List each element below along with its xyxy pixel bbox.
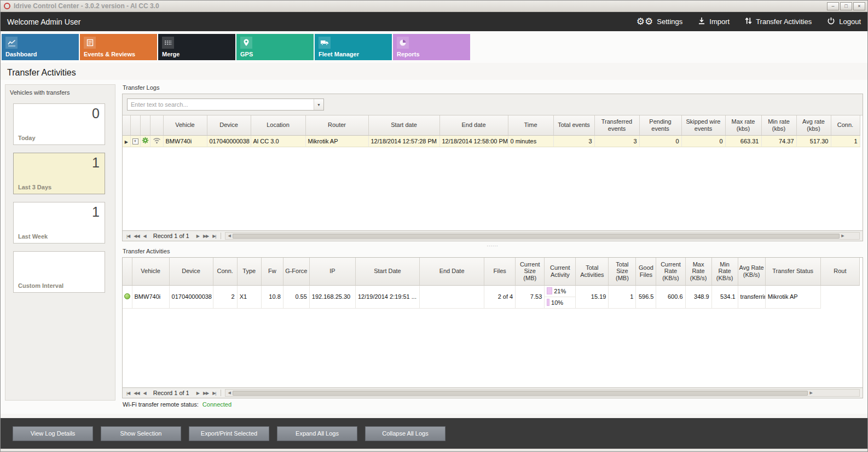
- card-last-week-value: 1: [92, 204, 100, 220]
- search-input[interactable]: [128, 99, 314, 110]
- export-print-selected-button[interactable]: Export/Print Selected: [189, 426, 269, 441]
- app-window: Idrive Control Center - 3.0.2 version - …: [0, 0, 868, 452]
- cell-fw: 10.8: [261, 285, 283, 309]
- card-last-week[interactable]: 1 Last Week: [13, 202, 105, 244]
- act-col-transfer-status[interactable]: Transfer Status: [765, 258, 820, 285]
- pager-last-button[interactable]: ▶|: [211, 391, 217, 396]
- logs-record-label: Record 1 of 1: [153, 233, 189, 239]
- act-col-total-size[interactable]: Total Size (MB): [609, 258, 636, 285]
- logs-col-end-date[interactable]: End date: [439, 115, 508, 135]
- collapse-all-logs-button[interactable]: Collapse All Logs: [365, 426, 445, 441]
- cell-device: 017040000038: [169, 285, 213, 309]
- scroll-right-icon[interactable]: ▶: [840, 234, 846, 238]
- pager-prev-page-button[interactable]: ◀◀: [132, 234, 140, 239]
- pager-prev-button[interactable]: ◀: [142, 391, 147, 396]
- act-col-avg-rate[interactable]: Avg Rate (KB/s): [738, 258, 765, 285]
- act-col-vehicle[interactable]: Vehicle: [132, 258, 169, 285]
- act-col-g-force[interactable]: G-Force: [283, 258, 309, 285]
- cell-device: 017040000038: [207, 135, 251, 147]
- logs-col-min-rate[interactable]: Min rate (kbs): [761, 115, 796, 135]
- pager-prev-page-button[interactable]: ◀◀: [132, 391, 140, 396]
- view-log-details-button[interactable]: View Log Details: [13, 426, 93, 441]
- pager-first-button[interactable]: |◀: [125, 391, 131, 396]
- transfer-activities-row[interactable]: BMW740i 017040000038 2 X1 10.8 0.55 192.…: [123, 285, 860, 309]
- act-col-start-date[interactable]: Start Date: [355, 258, 419, 285]
- pager-last-button[interactable]: ▶|: [211, 234, 217, 239]
- scroll-left-icon[interactable]: ◀: [226, 391, 232, 395]
- act-col-end-date[interactable]: End Date: [420, 258, 484, 285]
- pager-next-button[interactable]: ▶: [195, 234, 200, 239]
- logs-col-device[interactable]: Device: [207, 115, 251, 135]
- pager-next-page-button[interactable]: ▶▶: [202, 391, 210, 396]
- act-col-current-rate[interactable]: Current Rate (KB/s): [656, 258, 685, 285]
- maximize-button[interactable]: □: [840, 2, 852, 10]
- cell-max-rate: 663.31: [725, 135, 761, 147]
- logs-scrollbar-thumb[interactable]: [233, 234, 840, 239]
- logs-col-avg-rate[interactable]: Avg rate (kbs): [796, 115, 831, 135]
- act-col-type[interactable]: Type: [237, 258, 261, 285]
- logs-col-transferred-events[interactable]: Transferred events: [594, 115, 639, 135]
- import-button[interactable]: Import: [698, 17, 730, 26]
- act-col-current-size[interactable]: Current Size (MB): [516, 258, 545, 285]
- transfer-activities-grid: Vehicle Device Conn. Type Fw G-Force IP …: [123, 258, 860, 309]
- page-title: Transfer Activities: [1, 63, 867, 80]
- act-col-max-rate[interactable]: Max Rate (KB/s): [685, 258, 711, 285]
- settings-button[interactable]: ⚙⚙ Settings: [636, 17, 682, 26]
- expand-all-logs-button[interactable]: Expand All Logs: [277, 426, 357, 441]
- tile-reports[interactable]: Reports: [393, 34, 470, 60]
- expand-row-icon[interactable]: +: [132, 138, 138, 144]
- close-button[interactable]: ×: [853, 2, 865, 10]
- pager-first-button[interactable]: |◀: [125, 234, 131, 239]
- pager-separator: [221, 233, 221, 239]
- logs-col-start-date[interactable]: Start date: [368, 115, 439, 135]
- tile-dashboard[interactable]: Dashboard: [2, 34, 79, 60]
- tile-gps[interactable]: GPS: [236, 34, 314, 60]
- act-col-total-activities[interactable]: Total Activities: [576, 258, 609, 285]
- logs-col-time[interactable]: Time: [508, 115, 553, 135]
- logs-col-conn[interactable]: Conn.: [831, 115, 860, 135]
- logs-col-pending-events[interactable]: Pending events: [639, 115, 681, 135]
- act-col-min-rate[interactable]: Min Rate (KB/s): [711, 258, 738, 285]
- act-col-files[interactable]: Files: [484, 258, 516, 285]
- show-selection-button[interactable]: Show Selection: [101, 426, 181, 441]
- panel-splitter-handle[interactable]: ......: [122, 241, 863, 248]
- act-col-good-files[interactable]: Good Files: [636, 258, 656, 285]
- scroll-left-icon[interactable]: ◀: [226, 234, 232, 238]
- tile-fleet-manager[interactable]: Fleet Manager: [315, 34, 392, 60]
- cell-total-size: 15.19: [576, 285, 609, 309]
- logs-col-vehicle[interactable]: Vehicle: [163, 115, 207, 135]
- scroll-right-icon[interactable]: ▶: [808, 391, 814, 395]
- logs-col-skipped-wire-events[interactable]: Skipped wire events: [681, 115, 725, 135]
- card-today[interactable]: 0 Today: [13, 103, 105, 145]
- combo-dropdown-button[interactable]: ▼: [314, 99, 323, 110]
- search-combo: ▼: [127, 98, 324, 111]
- events-clipboard-icon: [84, 37, 96, 49]
- pager-prev-button[interactable]: ◀: [142, 234, 147, 239]
- logs-horizontal-scrollbar[interactable]: ◀ ▶: [225, 232, 860, 240]
- activities-scrollbar-thumb[interactable]: [233, 391, 808, 396]
- act-col-current-activity[interactable]: Current Activity: [545, 258, 576, 285]
- activities-header-row: Vehicle Device Conn. Type Fw G-Force IP …: [123, 258, 860, 285]
- transfer-logs-row[interactable]: ▶ + BMW740i 017040000038 Al CC 3.0 Mikro…: [123, 135, 860, 147]
- cell-skipped-wire-events: 0: [681, 135, 725, 147]
- transfer-activities-button[interactable]: Transfer Activities: [745, 17, 812, 26]
- card-last-3-days[interactable]: 1 Last 3 Days: [13, 153, 105, 194]
- tile-events-reviews[interactable]: Events & Reviews: [80, 34, 157, 60]
- act-col-fw[interactable]: Fw: [261, 258, 283, 285]
- logs-col-router[interactable]: Router: [305, 115, 368, 135]
- card-custom-interval[interactable]: Custom Interval: [13, 251, 105, 293]
- activities-horizontal-scrollbar[interactable]: ◀ ▶: [225, 389, 860, 397]
- logout-button[interactable]: Logout: [827, 17, 861, 27]
- logs-col-max-rate[interactable]: Max rate (kbs): [725, 115, 761, 135]
- act-col-router[interactable]: Rout: [820, 258, 859, 285]
- pager-next-button[interactable]: ▶: [195, 391, 200, 396]
- tile-merge[interactable]: Merge: [158, 34, 235, 60]
- logs-col-location[interactable]: Location: [251, 115, 305, 135]
- act-col-ip[interactable]: IP: [309, 258, 355, 285]
- minimize-button[interactable]: –: [827, 2, 839, 10]
- act-col-device[interactable]: Device: [169, 258, 213, 285]
- top-bar: Welcome Admin User ⚙⚙ Settings Import Tr…: [1, 12, 867, 31]
- pager-next-page-button[interactable]: ▶▶: [202, 234, 210, 239]
- act-col-conn[interactable]: Conn.: [213, 258, 237, 285]
- logs-col-total-events[interactable]: Total events: [553, 115, 594, 135]
